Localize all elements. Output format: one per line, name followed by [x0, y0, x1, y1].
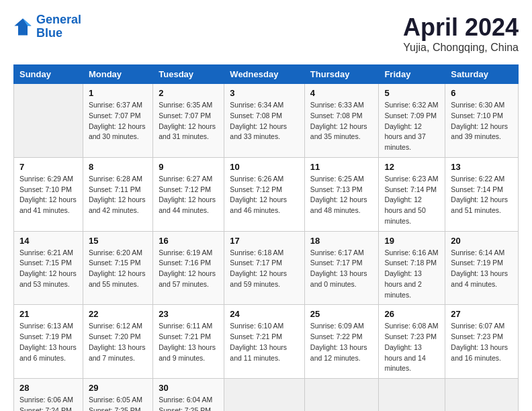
day-info: Sunrise: 6:26 AMSunset: 7:12 PMDaylight:…: [230, 174, 299, 216]
day-cell: 24Sunrise: 6:10 AMSunset: 7:21 PMDayligh…: [224, 305, 305, 379]
day-info: Sunrise: 6:17 AMSunset: 7:17 PMDaylight:…: [310, 248, 373, 290]
day-number: 19: [384, 236, 439, 246]
day-number: 8: [89, 162, 147, 172]
day-cell: 30Sunrise: 6:04 AMSunset: 7:25 PMDayligh…: [153, 379, 224, 412]
day-info: Sunrise: 6:18 AMSunset: 7:17 PMDaylight:…: [230, 248, 299, 290]
day-number: 18: [310, 236, 373, 246]
day-cell: [445, 379, 519, 412]
day-info: Sunrise: 6:25 AMSunset: 7:13 PMDaylight:…: [310, 174, 373, 216]
day-cell: 23Sunrise: 6:11 AMSunset: 7:21 PMDayligh…: [153, 305, 224, 379]
day-number: 15: [89, 236, 147, 246]
logo-text: General Blue: [36, 13, 81, 40]
day-cell: 15Sunrise: 6:20 AMSunset: 7:15 PMDayligh…: [83, 231, 152, 305]
day-info: Sunrise: 6:12 AMSunset: 7:20 PMDaylight:…: [89, 321, 147, 363]
day-number: 1: [89, 88, 147, 98]
day-number: 25: [310, 309, 373, 319]
day-cell: 6Sunrise: 6:30 AMSunset: 7:10 PMDaylight…: [445, 84, 519, 158]
day-info: Sunrise: 6:30 AMSunset: 7:10 PMDaylight:…: [451, 100, 513, 142]
day-number: 9: [159, 162, 218, 172]
day-number: 17: [230, 236, 299, 246]
day-info: Sunrise: 6:06 AMSunset: 7:24 PMDaylight:…: [19, 395, 77, 411]
day-info: Sunrise: 6:07 AMSunset: 7:23 PMDaylight:…: [451, 321, 513, 363]
day-number: 23: [159, 309, 218, 319]
header-saturday: Saturday: [445, 65, 519, 84]
day-info: Sunrise: 6:37 AMSunset: 7:07 PMDaylight:…: [89, 100, 147, 142]
day-cell: 17Sunrise: 6:18 AMSunset: 7:17 PMDayligh…: [224, 231, 305, 305]
day-cell: [379, 379, 445, 412]
day-info: Sunrise: 6:08 AMSunset: 7:23 PMDaylight:…: [384, 321, 439, 374]
day-number: 28: [19, 383, 77, 393]
day-number: 4: [310, 88, 373, 98]
day-number: 3: [230, 88, 299, 98]
day-cell: 19Sunrise: 6:16 AMSunset: 7:18 PMDayligh…: [379, 231, 445, 305]
day-number: 13: [451, 162, 513, 172]
day-cell: 1Sunrise: 6:37 AMSunset: 7:07 PMDaylight…: [83, 84, 152, 158]
week-row-2: 7Sunrise: 6:29 AMSunset: 7:10 PMDaylight…: [14, 157, 519, 231]
day-info: Sunrise: 6:33 AMSunset: 7:08 PMDaylight:…: [310, 100, 373, 142]
header-friday: Friday: [379, 65, 445, 84]
day-info: Sunrise: 6:35 AMSunset: 7:07 PMDaylight:…: [159, 100, 218, 142]
day-cell: 27Sunrise: 6:07 AMSunset: 7:23 PMDayligh…: [445, 305, 519, 379]
day-cell: 9Sunrise: 6:27 AMSunset: 7:12 PMDaylight…: [153, 157, 224, 231]
day-cell: [14, 84, 83, 158]
day-number: 2: [159, 88, 218, 98]
day-cell: 25Sunrise: 6:09 AMSunset: 7:22 PMDayligh…: [304, 305, 379, 379]
day-info: Sunrise: 6:32 AMSunset: 7:09 PMDaylight:…: [384, 100, 439, 153]
day-cell: 13Sunrise: 6:22 AMSunset: 7:14 PMDayligh…: [445, 157, 519, 231]
day-cell: 29Sunrise: 6:05 AMSunset: 7:25 PMDayligh…: [83, 379, 152, 412]
day-info: Sunrise: 6:19 AMSunset: 7:16 PMDaylight:…: [159, 248, 218, 290]
day-number: 6: [451, 88, 513, 98]
day-cell: 16Sunrise: 6:19 AMSunset: 7:16 PMDayligh…: [153, 231, 224, 305]
day-info: Sunrise: 6:27 AMSunset: 7:12 PMDaylight:…: [159, 174, 218, 216]
day-cell: [304, 379, 379, 412]
day-info: Sunrise: 6:04 AMSunset: 7:25 PMDaylight:…: [159, 395, 218, 411]
day-cell: 5Sunrise: 6:32 AMSunset: 7:09 PMDaylight…: [379, 84, 445, 158]
day-number: 22: [89, 309, 147, 319]
day-cell: 21Sunrise: 6:13 AMSunset: 7:19 PMDayligh…: [14, 305, 83, 379]
day-cell: 8Sunrise: 6:28 AMSunset: 7:11 PMDaylight…: [83, 157, 152, 231]
svg-marker-0: [14, 18, 31, 35]
day-number: 7: [19, 162, 77, 172]
day-cell: 26Sunrise: 6:08 AMSunset: 7:23 PMDayligh…: [379, 305, 445, 379]
day-cell: 12Sunrise: 6:23 AMSunset: 7:14 PMDayligh…: [379, 157, 445, 231]
day-cell: 28Sunrise: 6:06 AMSunset: 7:24 PMDayligh…: [14, 379, 83, 412]
header-sunday: Sunday: [14, 65, 83, 84]
header-monday: Monday: [83, 65, 152, 84]
day-info: Sunrise: 6:05 AMSunset: 7:25 PMDaylight:…: [89, 395, 147, 411]
day-number: 30: [159, 383, 218, 393]
calendar-header-row: SundayMondayTuesdayWednesdayThursdayFrid…: [14, 65, 519, 84]
day-number: 16: [159, 236, 218, 246]
day-number: 20: [451, 236, 513, 246]
day-cell: 20Sunrise: 6:14 AMSunset: 7:19 PMDayligh…: [445, 231, 519, 305]
week-row-3: 14Sunrise: 6:21 AMSunset: 7:15 PMDayligh…: [14, 231, 519, 305]
day-number: 12: [384, 162, 439, 172]
logo: General Blue: [13, 13, 81, 40]
day-info: Sunrise: 6:21 AMSunset: 7:15 PMDaylight:…: [19, 248, 77, 290]
day-info: Sunrise: 6:23 AMSunset: 7:14 PMDaylight:…: [384, 174, 439, 227]
day-number: 5: [384, 88, 439, 98]
header-thursday: Thursday: [304, 65, 379, 84]
day-cell: 3Sunrise: 6:34 AMSunset: 7:08 PMDaylight…: [224, 84, 305, 158]
day-number: 29: [89, 383, 147, 393]
calendar-subtitle: Yujia, Chongqing, China: [403, 42, 519, 54]
day-cell: 7Sunrise: 6:29 AMSunset: 7:10 PMDaylight…: [14, 157, 83, 231]
header-tuesday: Tuesday: [153, 65, 224, 84]
day-cell: 2Sunrise: 6:35 AMSunset: 7:07 PMDaylight…: [153, 84, 224, 158]
day-number: 26: [384, 309, 439, 319]
day-cell: 18Sunrise: 6:17 AMSunset: 7:17 PMDayligh…: [304, 231, 379, 305]
day-info: Sunrise: 6:22 AMSunset: 7:14 PMDaylight:…: [451, 174, 513, 216]
day-info: Sunrise: 6:34 AMSunset: 7:08 PMDaylight:…: [230, 100, 299, 142]
day-number: 21: [19, 309, 77, 319]
day-info: Sunrise: 6:20 AMSunset: 7:15 PMDaylight:…: [89, 248, 147, 290]
day-info: Sunrise: 6:09 AMSunset: 7:22 PMDaylight:…: [310, 321, 373, 363]
day-cell: 14Sunrise: 6:21 AMSunset: 7:15 PMDayligh…: [14, 231, 83, 305]
day-cell: [224, 379, 305, 412]
week-row-1: 1Sunrise: 6:37 AMSunset: 7:07 PMDaylight…: [14, 84, 519, 158]
day-cell: 4Sunrise: 6:33 AMSunset: 7:08 PMDaylight…: [304, 84, 379, 158]
day-info: Sunrise: 6:11 AMSunset: 7:21 PMDaylight:…: [159, 321, 218, 363]
day-number: 14: [19, 236, 77, 246]
day-info: Sunrise: 6:13 AMSunset: 7:19 PMDaylight:…: [19, 321, 77, 363]
day-cell: 10Sunrise: 6:26 AMSunset: 7:12 PMDayligh…: [224, 157, 305, 231]
day-number: 24: [230, 309, 299, 319]
day-info: Sunrise: 6:29 AMSunset: 7:10 PMDaylight:…: [19, 174, 77, 216]
